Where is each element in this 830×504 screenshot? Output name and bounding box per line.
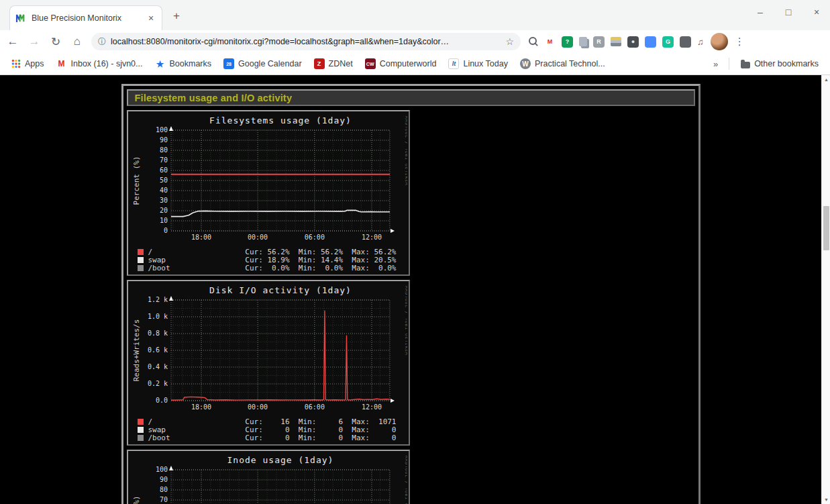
reload-button[interactable]: ↻ [48, 35, 63, 49]
svg-text:0.8 k: 0.8 k [147, 330, 167, 337]
bookmark-label: Apps [25, 59, 44, 68]
scrollbar-thumb[interactable] [823, 206, 829, 250]
bookmark-item-linuxtoday[interactable]: ltLinux Today [444, 56, 513, 71]
section-title: Filesystem usage and I/O activity [135, 93, 293, 103]
apps-grid-icon [11, 59, 21, 68]
window-minimize-button[interactable]: – [755, 7, 766, 17]
svg-text:90: 90 [159, 476, 167, 483]
svg-text:Percent (%): Percent (%) [132, 496, 141, 504]
legend-row: /bootCur: 0.0% Min: 0.0% Max: 0.0% [138, 264, 397, 272]
graph-panel-disk_io[interactable]: Disk I/O activity (1day)18:0000:0006:001… [127, 280, 410, 446]
browser-tab[interactable]: Blue Precision Monitorix × [9, 5, 162, 30]
chart-inode_usage[interactable]: Inode usage (1day)18:0000:0006:0012:0001… [129, 452, 407, 504]
legend-swatch [138, 419, 144, 425]
cw-icon: CW [365, 58, 376, 69]
browser-menu-icon[interactable]: ⋮ [735, 36, 745, 48]
svg-text:06:00: 06:00 [304, 403, 324, 411]
bookmark-label: ZDNet [329, 59, 353, 68]
profile-avatar[interactable] [711, 33, 728, 50]
legend-swatch [138, 427, 144, 433]
svg-text:20: 20 [159, 207, 167, 214]
copy-pages-icon[interactable] [579, 37, 587, 46]
bookmark-star-icon[interactable]: ☆ [505, 36, 514, 47]
star-icon: ★ [155, 58, 166, 69]
bookmark-label: Practical Technol... [535, 59, 605, 68]
bookmark-label: Google Calendar [238, 59, 302, 68]
forward-button[interactable]: → [27, 35, 42, 48]
gmail-icon[interactable]: M [544, 36, 556, 48]
bookmark-label: Computerworld [380, 59, 437, 68]
puzzle-piece-icon[interactable] [680, 36, 691, 48]
legend-values: Cur: 0 Min: 0 Max: 0 [245, 434, 396, 442]
bookmark-item-apps[interactable]: Apps [7, 57, 49, 70]
bookmark-label: Bookmarks [170, 59, 212, 68]
bookmark-item-gmail[interactable]: MInbox (16) - sjvn0... [52, 56, 148, 71]
section-header: Filesystem usage and I/O activity [127, 89, 695, 106]
grammarly-icon[interactable]: G [662, 36, 674, 48]
home-button[interactable]: ⌂ [70, 35, 85, 48]
tab-title: Blue Precision Monitorix [32, 13, 140, 23]
books-stack-icon[interactable] [611, 37, 621, 46]
window-maximize-button[interactable]: □ [783, 7, 794, 17]
url-text[interactable]: localhost:8080/monitorix-cgi/monitorix.c… [111, 37, 501, 46]
password-manager-icon[interactable]: ● [627, 36, 639, 48]
svg-text:60: 60 [159, 166, 167, 174]
svg-text:12:00: 12:00 [361, 403, 381, 411]
bookmark-item-cw[interactable]: CWComputerworld [360, 56, 442, 71]
svg-text:80: 80 [159, 146, 167, 154]
bookmarks-bar: AppsMInbox (16) - sjvn0...★Bookmarks28Go… [0, 53, 830, 75]
graph-panel-fs_usage[interactable]: Filesystems usage (1day)18:0000:0006:001… [127, 110, 410, 276]
address-bar[interactable]: ⓘ localhost:8080/monitorix-cgi/monitorix… [91, 33, 521, 50]
svg-text:0.6 k: 0.6 k [147, 346, 167, 354]
legend-row: /Cur: 56.2% Min: 56.2% Max: 56.2% [138, 248, 397, 256]
svg-text:1.0 k: 1.0 k [147, 313, 167, 320]
chart-legend: /Cur: 56.2% Min: 56.2% Max: 56.2%swapCur… [129, 247, 407, 273]
svg-text:0.4 k: 0.4 k [147, 363, 167, 370]
bookmarks-overflow-icon[interactable]: » [709, 59, 722, 69]
svg-text:RRDTOOL / TOBI OETIKER: RRDTOOL / TOBI OETIKER [404, 286, 407, 356]
wordpress-icon: W [520, 58, 531, 69]
svg-text:06:00: 06:00 [304, 234, 324, 241]
page-scrollbar[interactable]: ▲ ▼ [821, 75, 830, 504]
svg-text:Percent (%): Percent (%) [132, 156, 141, 205]
hangouts-icon[interactable]: ? [562, 36, 573, 48]
svg-text:100: 100 [155, 466, 167, 473]
tab-close-icon[interactable]: × [146, 13, 156, 23]
extension-r-icon[interactable]: R [593, 36, 605, 48]
zdnet-icon: Z [314, 58, 325, 69]
legend-swatch [138, 265, 144, 271]
svg-text:00:00: 00:00 [248, 234, 268, 241]
bookmark-item-star[interactable]: ★Bookmarks [150, 56, 217, 71]
legend-swatch [138, 257, 144, 263]
svg-text:12:00: 12:00 [361, 234, 381, 241]
zoom-icon[interactable] [645, 36, 656, 48]
svg-text:100: 100 [155, 126, 167, 134]
legend-row: /bootCur: 0 Min: 0 Max: 0 [138, 434, 397, 442]
back-button[interactable]: ← [5, 35, 20, 48]
window-close-button[interactable]: × [811, 7, 822, 17]
playlist-icon[interactable]: ♫ [697, 37, 704, 47]
bookmark-item-wordpress[interactable]: WPractical Technol... [515, 56, 610, 71]
svg-text:Inode usage (1day): Inode usage (1day) [227, 455, 333, 465]
chart-fs_usage[interactable]: Filesystems usage (1day)18:0000:0006:001… [129, 113, 407, 244]
legend-values: Cur: 0.0% Min: 0.0% Max: 0.0% [245, 264, 396, 272]
legend-row: swapCur: 0 Min: 0 Max: 0 [138, 425, 397, 434]
scrollbar-up-icon[interactable]: ▲ [822, 75, 830, 84]
gmail-icon: M [56, 58, 67, 69]
scrollbar-down-icon[interactable]: ▼ [822, 495, 830, 504]
chart-disk_io[interactable]: Disk I/O activity (1day)18:0000:0006:001… [129, 283, 407, 414]
other-bookmarks-label: Other bookmarks [754, 59, 819, 68]
bookmark-item-zdnet[interactable]: ZZDNet [309, 56, 358, 71]
graph-panel-inode_usage[interactable]: Inode usage (1day)18:0000:0006:0012:0001… [127, 450, 410, 504]
search-icon[interactable] [529, 37, 538, 46]
legend-row: /Cur: 16 Min: 6 Max: 1071 [138, 417, 397, 425]
page-info-icon[interactable]: ⓘ [98, 36, 106, 48]
new-tab-button[interactable]: + [173, 9, 180, 23]
svg-text:Reads+Writes/s: Reads+Writes/s [132, 319, 141, 382]
svg-text:Filesystems usage (1day): Filesystems usage (1day) [209, 115, 352, 125]
folder-icon [741, 62, 750, 68]
other-bookmarks[interactable]: Other bookmarks [736, 57, 823, 70]
monitorix-favicon [15, 13, 26, 23]
bookmark-item-calendar[interactable]: 28Google Calendar [219, 56, 307, 71]
svg-text:40: 40 [159, 187, 167, 194]
